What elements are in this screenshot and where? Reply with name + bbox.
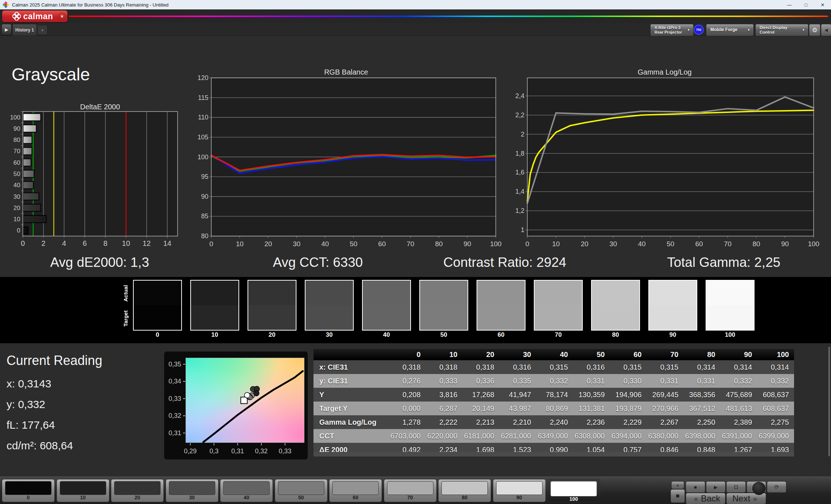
table-cell: 130,359 (573, 388, 610, 402)
settings-gear-button[interactable]: ⚙ (809, 24, 820, 36)
table-cell: 0,336 (462, 374, 499, 388)
grayscale-data-table: 0102030405060708090100 x: CIE310,3180,31… (313, 349, 794, 457)
pattern-button-30[interactable]: 30 (166, 479, 219, 502)
close-button[interactable]: ✕ (814, 0, 831, 9)
swatch-actual (363, 281, 410, 305)
svg-text:2: 2 (41, 239, 45, 247)
meter-mode: Rear Projector (655, 30, 684, 35)
table-row-label: CCT (313, 429, 389, 443)
swatch-actual (649, 281, 697, 305)
swatch-80 (591, 280, 640, 331)
table-scrollbar[interactable] (313, 452, 794, 456)
table-cell: 0,316 (499, 360, 536, 374)
svg-text:0: 0 (21, 239, 25, 247)
swatch-target (706, 305, 754, 330)
table-cell: 0,314 (757, 360, 794, 374)
table-cell: 475,689 (720, 388, 757, 402)
table-cell: 6308,000 (573, 429, 610, 443)
pattern-window-button[interactable]: ⊡ (726, 481, 746, 493)
svg-text:80: 80 (435, 240, 442, 248)
maximize-button[interactable]: □ (798, 0, 814, 9)
pattern-button-60[interactable]: 60 (329, 479, 382, 502)
dark-knob-button[interactable] (752, 482, 765, 495)
pattern-button-80[interactable]: 80 (438, 479, 491, 502)
pattern-label: 10 (57, 495, 109, 500)
pattern-button-50[interactable]: 50 (275, 479, 328, 502)
refresh-button[interactable]: ⟳ (767, 481, 786, 493)
table-col-header-10: 10 (426, 349, 463, 360)
collapse-panel-button[interactable]: ◀ (821, 24, 831, 36)
actual-row-label: Actual (122, 281, 130, 305)
table-cell: 2,250 (684, 415, 720, 429)
right-scrollbar[interactable] (828, 347, 830, 456)
calman-logo-text: calman (23, 12, 53, 21)
table-row-label: Gamma Log/Log (313, 415, 389, 429)
current-reading-title: Current Reading (7, 353, 102, 368)
stat-avg-cct: Avg CCT: 6330 (216, 255, 419, 270)
pattern-label: 80 (439, 495, 491, 500)
pattern-swatch (332, 481, 379, 495)
svg-text:90: 90 (13, 125, 20, 132)
pattern-button-20[interactable]: 20 (111, 479, 164, 502)
table-cell: 1,278 (389, 415, 426, 429)
svg-text:40: 40 (13, 182, 20, 189)
swatch-actual (191, 281, 238, 305)
play-icon-button[interactable]: ▶ (706, 481, 726, 493)
display-control-dropdown[interactable]: Direct Display Control ▼ (755, 24, 809, 36)
table-col-header-20: 20 (462, 349, 499, 360)
source-dropdown[interactable]: Mobile Forge ▼ (706, 24, 754, 36)
pattern-stop-button[interactable]: ■ (670, 489, 685, 503)
swatch-target (306, 305, 353, 330)
rainbow-accent-strip (69, 16, 828, 17)
pattern-panel-up-button[interactable]: ▲ (671, 481, 684, 489)
current-reading-cdm2: cd/m²: 608,64 (7, 440, 73, 452)
swatch-target (134, 305, 181, 330)
session-expand-button[interactable]: ▶ (1, 24, 12, 35)
meter-dropdown[interactable]: X-Rite i1Pro 3 Rear Projector ▼ (650, 24, 694, 36)
table-row-label: y: CIE31 (313, 374, 389, 388)
cie-measurement-point (244, 392, 250, 398)
table-row: CCT6703,0006220,0006181,0006281,0006349,… (313, 429, 794, 443)
table-cell: 269,445 (647, 388, 684, 402)
swatch-actual (420, 281, 468, 305)
pattern-button-10[interactable]: 10 (57, 479, 109, 502)
table-cell: 0,314 (684, 360, 720, 374)
svg-text:0,29: 0,29 (184, 448, 197, 455)
svg-text:10: 10 (552, 240, 560, 248)
svg-text:0,32: 0,32 (255, 448, 268, 455)
pattern-button-70[interactable]: 70 (384, 479, 437, 502)
table-cell: 0,332 (757, 374, 794, 388)
pattern-toolbar: 0102030405060708090100 ▲ ■ ■ ▶ ⊡ ∞ ⟳ « B… (0, 476, 831, 504)
stat-avg-de2000: Avg dE2000: 1,3 (0, 255, 201, 270)
pattern-button-40[interactable]: 40 (220, 479, 273, 502)
table-cell: 0,315 (647, 360, 684, 374)
minimize-button[interactable]: — (781, 0, 798, 9)
svg-text:6: 6 (83, 239, 87, 247)
table-cell: 6220,000 (426, 429, 463, 443)
current-reading-x: x: 0,3143 (7, 378, 51, 390)
table-cell: 193,879 (610, 402, 647, 415)
svg-text:10: 10 (122, 239, 130, 247)
add-tab-button[interactable]: + (37, 25, 47, 35)
back-button[interactable]: « Back (686, 493, 726, 504)
tab-history-1[interactable]: History 1 (12, 24, 37, 35)
table-cell: 0,315 (536, 360, 573, 374)
pattern-button-0[interactable]: 0 (2, 479, 55, 502)
back-label: Back (701, 494, 720, 504)
svg-text:100: 100 (490, 240, 502, 248)
table-cell: 0,331 (647, 374, 684, 388)
table-col-header-100: 100 (757, 349, 794, 360)
meter-badge[interactable]: 702 (694, 25, 704, 35)
swatch-actual (248, 281, 296, 305)
window-title-bar[interactable]: Calman 2025 Calman Ultimate for Business… (0, 0, 831, 9)
pattern-label: 90 (493, 495, 545, 500)
table-col-header-0: 0 (389, 349, 426, 360)
svg-text:0: 0 (525, 240, 529, 248)
pattern-button-100[interactable]: 100 (547, 479, 600, 502)
calman-menu-button[interactable]: calman ▼ (2, 10, 67, 22)
pattern-button-90[interactable]: 90 (493, 479, 546, 502)
stop-icon-button[interactable]: ■ (686, 481, 705, 493)
table-cell: 17,268 (462, 388, 499, 402)
swatch-actual (706, 281, 754, 305)
svg-text:1,8: 1,8 (515, 150, 524, 157)
